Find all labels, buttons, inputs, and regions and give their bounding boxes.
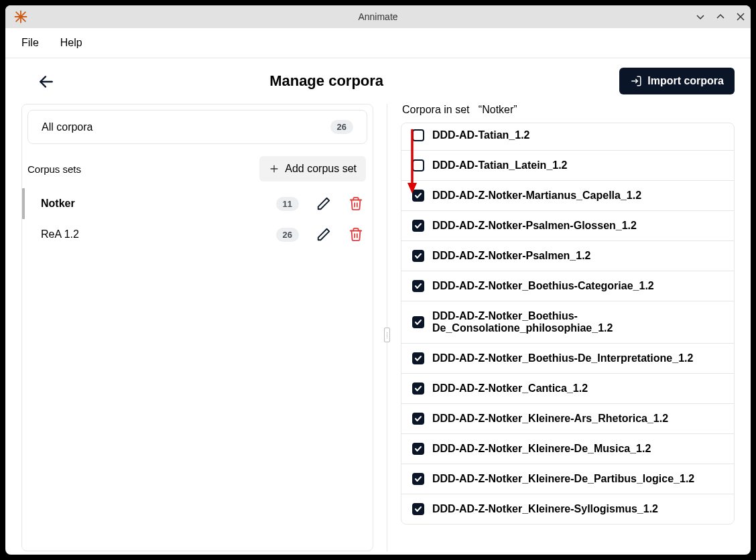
import-icon [630, 75, 642, 87]
corpus-checkbox[interactable] [412, 190, 424, 202]
resize-handle[interactable] [384, 328, 390, 342]
corpus-row[interactable]: DDD-AD-Z-Notker-Martianus_Capella_1.2 [401, 181, 734, 211]
corpus-checkbox[interactable] [412, 220, 424, 232]
corpus-row[interactable]: DDD-AD-Z-Notker_Boethius-De_Consolatione… [401, 301, 734, 344]
corpus-row[interactable]: DDD-AD-Z-Notker_Boethius-Categoriae_1.2 [401, 271, 734, 301]
corpus-checkbox[interactable] [412, 129, 424, 141]
corpus-checkbox[interactable] [412, 159, 424, 171]
corpus-checkbox[interactable] [412, 316, 424, 328]
corpus-row[interactable]: DDD-AD-Z-Notker_Cantica_1.2 [401, 374, 734, 404]
corpus-checkbox[interactable] [412, 352, 424, 364]
corpus-row[interactable]: DDD-AD-Z-Notker_Kleinere-Syllogismus_1.2 [401, 494, 734, 524]
titlebar: Annimate [5, 5, 751, 28]
selected-set-name: “Notker” [479, 104, 517, 115]
add-corpus-set-label: Add corpus set [285, 163, 357, 175]
corpus-sets-label: Corpus sets [27, 163, 81, 175]
corpus-name: DDD-AD-Z-Notker_Boethius-De_Consolatione… [432, 310, 723, 334]
all-corpora-item[interactable]: All corpora 26 [27, 110, 367, 144]
corpus-list: DDD-AD-Tatian_1.2DDD-AD-Tatian_Latein_1.… [401, 123, 735, 524]
corpus-row[interactable]: DDD-AD-Z-Notker_Boethius-De_Interpretati… [401, 344, 734, 374]
corpus-row[interactable]: DDD-AD-Tatian_1.2 [401, 123, 734, 151]
right-pane: Corpora in set “Notker” DDD-AD-Tatian_1.… [401, 104, 735, 551]
corpus-set-count: 26 [276, 228, 299, 242]
corpus-name: DDD-AD-Z-Notker_Cantica_1.2 [432, 382, 588, 395]
corpus-row[interactable]: DDD-AD-Z-Notker-Psalmen_1.2 [401, 241, 734, 271]
corpus-set-count: 11 [276, 197, 299, 211]
corpus-set-name: Notker [41, 198, 276, 210]
edit-icon[interactable] [316, 196, 331, 211]
corpus-name: DDD-AD-Z-Notker_Kleinere-Syllogismus_1.2 [432, 503, 658, 515]
corpus-set-row[interactable]: Notker11 [22, 188, 373, 219]
corpus-checkbox[interactable] [412, 382, 424, 395]
corpus-row[interactable]: DDD-AD-Z-Notker-Psalmen-Glossen_1.2 [401, 211, 734, 241]
import-corpora-label: Import corpora [647, 75, 724, 87]
corpora-in-set-label: Corpora in set [402, 104, 470, 115]
corpus-checkbox[interactable] [412, 413, 424, 425]
corpus-name: DDD-AD-Z-Notker-Psalmen-Glossen_1.2 [432, 220, 637, 232]
menu-help[interactable]: Help [60, 37, 82, 49]
corpus-row[interactable]: DDD-AD-Z-Notker_Kleinere-Ars_Rhetorica_1… [401, 404, 734, 434]
import-corpora-button[interactable]: Import corpora [619, 68, 735, 94]
corpus-name: DDD-AD-Z-Notker-Martianus_Capella_1.2 [432, 190, 641, 202]
corpus-checkbox[interactable] [412, 250, 424, 262]
maximize-button[interactable] [710, 5, 731, 28]
pane-divider [387, 104, 387, 551]
corpus-row[interactable]: DDD-AD-Tatian_Latein_1.2 [401, 151, 734, 181]
corpus-name: DDD-AD-Z-Notker-Psalmen_1.2 [432, 250, 591, 262]
corpus-name: DDD-AD-Z-Notker_Boethius-Categoriae_1.2 [432, 280, 654, 292]
delete-icon[interactable] [349, 196, 363, 211]
left-pane: All corpora 26 Corpus sets Add corpus se… [21, 104, 373, 551]
menubar: File Help [5, 28, 751, 58]
close-button[interactable] [731, 5, 751, 28]
corpus-name: DDD-AD-Tatian_1.2 [432, 129, 530, 141]
corpus-checkbox[interactable] [412, 443, 424, 455]
window-title: Annimate [5, 11, 751, 22]
back-button[interactable] [38, 73, 55, 90]
page-header: Manage corpora Import corpora [5, 58, 751, 104]
corpus-checkbox[interactable] [412, 503, 424, 515]
corpus-set-name: ReA 1.2 [41, 228, 276, 240]
corpus-name: DDD-AD-Z-Notker_Kleinere-De_Partibus_log… [432, 473, 694, 485]
corpus-name: DDD-AD-Z-Notker_Kleinere-De_Musica_1.2 [432, 443, 651, 455]
corpus-set-row[interactable]: ReA 1.226 [22, 219, 373, 250]
page-title: Manage corpora [34, 72, 619, 90]
delete-icon[interactable] [349, 227, 363, 242]
corpus-name: DDD-AD-Z-Notker_Boethius-De_Interpretati… [432, 352, 693, 364]
all-corpora-label: All corpora [42, 121, 330, 133]
add-corpus-set-button[interactable]: Add corpus set [259, 156, 366, 182]
corpus-checkbox[interactable] [412, 280, 424, 292]
corpus-row[interactable]: DDD-AD-Z-Notker_Kleinere-De_Partibus_log… [401, 464, 734, 494]
corpus-name: DDD-AD-Z-Notker_Kleinere-Ars_Rhetorica_1… [432, 413, 668, 425]
corpus-name: DDD-AD-Tatian_Latein_1.2 [432, 159, 568, 171]
edit-icon[interactable] [316, 227, 331, 242]
plus-icon [269, 163, 279, 174]
menu-file[interactable]: File [21, 37, 39, 49]
corpus-checkbox[interactable] [412, 473, 424, 485]
corpus-row[interactable]: DDD-AD-Z-Notker_Kleinere-De_Musica_1.2 [401, 434, 734, 464]
asterisk-icon [13, 9, 28, 24]
all-corpora-count: 26 [330, 120, 353, 134]
minimize-button[interactable] [690, 5, 710, 28]
